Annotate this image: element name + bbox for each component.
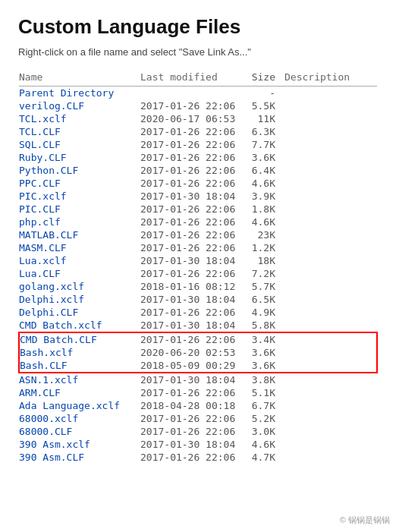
file-name-cell[interactable]: CMD Batch.xclf [19,319,140,332]
file-size-cell: 3.6K [247,151,284,164]
file-name-cell[interactable]: Python.CLF [19,164,140,177]
file-date-cell: 2017-01-26 22:06 [140,451,247,464]
table-row: Ruby.CLF2017-01-26 22:063.6K [19,151,377,164]
file-name-cell[interactable]: PIC.CLF [19,203,140,216]
table-row: Ada Language.xclf2018-04-28 00:186.7K [19,399,377,412]
file-link[interactable]: CMD Batch.CLF [20,334,97,345]
file-name-cell[interactable]: Ada Language.xclf [19,399,140,412]
table-row: CMD Batch.CLF2017-01-26 22:063.4K [19,332,377,346]
file-name-cell[interactable]: TCL.CLF [19,125,140,138]
file-name-cell[interactable]: MATLAB.CLF [19,228,140,241]
table-row: golang.xclf2018-01-16 08:125.7K [19,280,377,293]
file-name-cell[interactable]: MASM.CLF [19,241,140,254]
file-link[interactable]: Lua.CLF [19,268,61,279]
table-row: Parent Directory- [19,87,377,100]
file-name-cell[interactable]: PPC.CLF [19,177,140,190]
table-row: Delphi.xclf2017-01-30 18:046.5K [19,293,377,306]
file-link[interactable]: Bash.CLF [20,360,68,371]
table-row: php.clf2017-01-26 22:064.6K [19,216,377,228]
file-name-cell[interactable]: PIC.xclf [19,190,140,203]
file-link[interactable]: Python.CLF [19,165,78,176]
file-link[interactable]: SQL.CLF [19,139,61,150]
file-link[interactable]: Delphi.CLF [19,307,78,318]
file-date-cell: 2017-01-26 22:06 [140,164,247,177]
file-name-cell[interactable]: Delphi.CLF [19,306,140,319]
file-size-cell: 6.3K [247,125,284,138]
file-size-cell: 4.9K [247,306,284,319]
file-size-cell: 6.4K [247,164,284,177]
file-name-cell[interactable]: TCL.xclf [19,112,140,125]
file-desc-cell [284,451,377,464]
file-link[interactable]: 68000.xclf [19,413,78,424]
file-link[interactable]: Ruby.CLF [19,152,67,163]
file-name-cell[interactable]: verilog.CLF [19,99,140,112]
file-link[interactable]: 390 Asm.xclf [19,439,90,450]
file-name-cell[interactable]: Ruby.CLF [19,151,140,164]
file-link[interactable]: Bash.xclf [20,347,73,358]
file-desc-cell [284,359,377,373]
file-desc-cell [284,177,377,190]
file-desc-cell [284,438,377,451]
table-row: Lua.CLF2017-01-26 22:067.2K [19,267,377,280]
file-date-cell: 2017-01-30 18:04 [140,373,247,386]
file-size-cell: - [247,87,284,100]
file-name-cell[interactable]: Delphi.xclf [19,293,140,306]
file-link[interactable]: CMD Batch.xclf [19,320,102,331]
file-size-cell: 6.5K [247,293,284,306]
file-link[interactable]: TCL.CLF [19,126,61,137]
file-size-cell: 23K [247,228,284,241]
table-row: verilog.CLF2017-01-26 22:065.5K [19,99,377,112]
file-date-cell: 2017-01-30 18:04 [140,254,247,267]
file-name-cell[interactable]: Bash.xclf [19,346,140,359]
file-name-cell[interactable]: 68000.CLF [19,425,140,438]
file-link[interactable]: MASM.CLF [19,242,67,253]
file-date-cell: 2017-01-26 22:06 [140,125,247,138]
table-row: 390 Asm.CLF2017-01-26 22:064.7K [19,451,377,464]
file-link[interactable]: Ada Language.xclf [19,400,120,411]
col-header-desc: Description [284,70,377,87]
file-link[interactable]: Lua.xclf [19,255,67,266]
file-link[interactable]: MATLAB.CLF [19,229,78,241]
file-link[interactable]: Parent Directory [19,87,114,99]
table-row: SQL.CLF2017-01-26 22:067.7K [19,138,377,151]
file-link[interactable]: TCL.xclf [19,113,67,124]
file-link[interactable]: Delphi.xclf [19,294,84,305]
file-link[interactable]: ASN.1.xclf [19,374,78,386]
file-name-cell[interactable]: ASN.1.xclf [19,373,140,386]
file-name-cell[interactable]: golang.xclf [19,280,140,293]
file-name-cell[interactable]: Lua.xclf [19,254,140,267]
file-name-cell[interactable]: Bash.CLF [19,359,140,373]
file-name-cell[interactable]: 390 Asm.xclf [19,438,140,451]
file-name-cell[interactable]: Lua.CLF [19,267,140,280]
file-size-cell: 1.8K [247,203,284,216]
file-link[interactable]: verilog.CLF [19,100,84,112]
file-name-cell[interactable]: CMD Batch.CLF [19,332,140,346]
file-date-cell: 2017-01-26 22:06 [140,386,247,399]
table-row: Delphi.CLF2017-01-26 22:064.9K [19,306,377,319]
file-name-cell[interactable]: ARM.CLF [19,386,140,399]
file-link[interactable]: ARM.CLF [19,387,61,398]
file-size-cell: 4.6K [247,216,284,228]
file-name-cell[interactable]: Parent Directory [19,87,140,100]
file-date-cell: 2017-01-26 22:06 [140,228,247,241]
table-row: MASM.CLF2017-01-26 22:061.2K [19,241,377,254]
file-name-cell[interactable]: 68000.xclf [19,412,140,425]
file-link[interactable]: PPC.CLF [19,178,61,189]
file-desc-cell [284,203,377,216]
file-link[interactable]: PIC.CLF [19,203,61,215]
file-desc-cell [284,425,377,438]
file-link[interactable]: 68000.CLF [19,426,72,437]
file-name-cell[interactable]: php.clf [19,216,140,228]
file-date-cell: 2017-01-26 22:06 [140,412,247,425]
file-link[interactable]: golang.xclf [19,281,84,292]
file-size-cell: 3.9K [247,190,284,203]
file-date-cell: 2017-01-26 22:06 [140,241,247,254]
file-name-cell[interactable]: SQL.CLF [19,138,140,151]
table-header-row: Name Last modified Size Description [19,70,377,87]
file-name-cell[interactable]: 390 Asm.CLF [19,451,140,464]
file-link[interactable]: PIC.xclf [19,190,67,202]
file-desc-cell [284,254,377,267]
file-link[interactable]: 390 Asm.CLF [19,452,84,463]
file-link[interactable]: php.clf [19,216,61,228]
file-desc-cell [284,319,377,332]
